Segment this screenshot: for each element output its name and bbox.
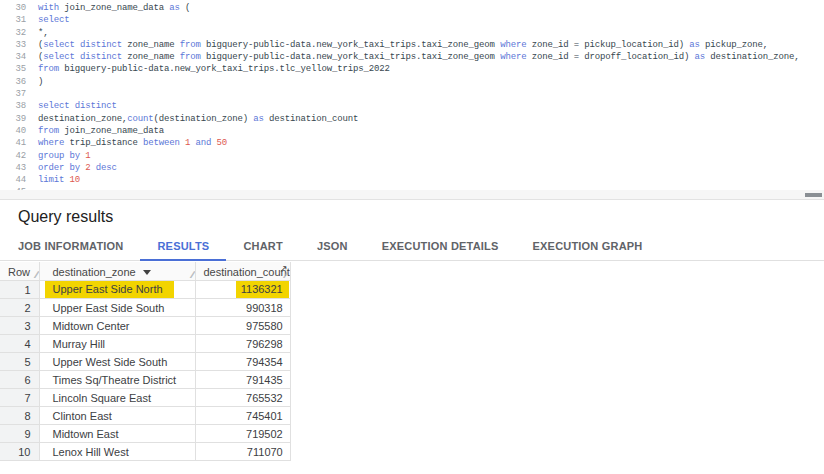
column-label: destination_zone <box>53 266 136 278</box>
line-number: 40 <box>0 125 26 137</box>
code-line: 34(select distinct zone_name from bigque… <box>0 51 824 63</box>
table-row: 2Upper East Side South990318 <box>0 299 290 317</box>
line-number: 31 <box>0 14 26 26</box>
row-number-cell: 5 <box>0 353 39 371</box>
table-row: 1Upper East Side North1136321 <box>0 281 290 299</box>
destination-count-cell: 719502 <box>195 425 290 443</box>
code-line: 33(select distinct zone_name from bigque… <box>0 39 824 51</box>
highlighted-value: 1136321 <box>236 281 289 298</box>
destination-zone-cell: Lenox Hill West <box>39 443 195 461</box>
column-label: destination_count <box>204 266 290 278</box>
code-text: select <box>38 14 70 26</box>
line-number: 42 <box>0 150 26 162</box>
line-number: 32 <box>0 27 26 39</box>
code-text: (select distinct zone_name from bigquery… <box>38 39 768 51</box>
destination-count-cell: 990318 <box>195 299 290 317</box>
row-number-cell: 9 <box>0 425 39 443</box>
destination-count-cell: 794354 <box>195 353 290 371</box>
destination-count-cell: 796298 <box>195 335 290 353</box>
arrow-ne-icon[interactable]: ↗ <box>279 263 287 275</box>
table-row: 10Lenox Hill West711070 <box>0 443 290 461</box>
code-text: select distinct <box>38 100 117 112</box>
table-row: 6Times Sq/Theatre District791435 <box>0 371 290 389</box>
code-text: order by 2 desc <box>38 162 117 174</box>
table-row: 8Clinton East745401 <box>0 407 290 425</box>
code-line: 43order by 2 desc <box>0 162 824 174</box>
code-line: 37 <box>0 88 824 100</box>
line-number: 37 <box>0 88 26 100</box>
line-number: 38 <box>0 100 26 112</box>
code-text: from join_zone_name_data <box>38 125 164 137</box>
tab-execution-graph[interactable]: EXECUTION GRAPH <box>516 233 660 260</box>
row-number-cell: 10 <box>0 443 39 461</box>
tab-chart[interactable]: CHART <box>226 233 300 260</box>
column-header-destination-count[interactable]: destination_count ↗ ∕∕ <box>195 263 290 281</box>
tab-results[interactable]: RESULTS <box>140 233 226 260</box>
destination-zone-cell: Upper West Side South <box>39 353 195 371</box>
query-results-panel: Query results JOB INFORMATIONRESULTSCHAR… <box>0 201 824 461</box>
row-number-cell: 7 <box>0 389 39 407</box>
code-text: *, <box>38 27 49 39</box>
row-number-cell: 3 <box>0 317 39 335</box>
code-line: 40from join_zone_name_data <box>0 125 824 137</box>
code-text: limit 10 <box>38 174 80 186</box>
destination-zone-cell: Times Sq/Theatre District <box>39 371 195 389</box>
table-row: 9Midtown East719502 <box>0 425 290 443</box>
sort-down-icon[interactable] <box>143 270 151 275</box>
line-number: 39 <box>0 113 26 125</box>
destination-zone-cell: Midtown East <box>39 425 195 443</box>
tab-execution-details[interactable]: EXECUTION DETAILS <box>365 233 516 260</box>
line-number: 34 <box>0 51 26 63</box>
editor-scrollbar[interactable] <box>0 190 824 200</box>
code-text: where trip_distance between 1 and 50 <box>38 137 227 149</box>
destination-count-cell: 975580 <box>195 317 290 335</box>
tab-json[interactable]: JSON <box>300 233 365 260</box>
destination-zone-cell: Midtown Center <box>39 317 195 335</box>
code-line: 30with join_zone_name_data as ( <box>0 2 824 14</box>
code-line: 41where trip_distance between 1 and 50 <box>0 137 824 149</box>
code-line: 31select <box>0 14 824 26</box>
code-line: 36) <box>0 76 824 88</box>
tabs: JOB INFORMATIONRESULTSCHARTJSONEXECUTION… <box>0 233 824 261</box>
table-row: 3Midtown Center975580 <box>0 317 290 335</box>
destination-count-cell: 765532 <box>195 389 290 407</box>
line-number: 35 <box>0 63 26 75</box>
code-line: 39destination_zone,count(destination_zon… <box>0 113 824 125</box>
results-table: Row ∕∕ destination_zone ∕∕ destination_c… <box>0 262 291 461</box>
row-number-cell: 2 <box>0 299 39 317</box>
destination-zone-cell: Clinton East <box>39 407 195 425</box>
table-row: 5Upper West Side South794354 <box>0 353 290 371</box>
column-label: Row <box>8 266 30 278</box>
table-body: 1Upper East Side North11363212Upper East… <box>0 281 290 461</box>
destination-count-cell: 1136321 <box>195 281 290 299</box>
row-number-cell: 8 <box>0 407 39 425</box>
line-number: 30 <box>0 2 26 14</box>
code-lines: 30with join_zone_name_data as (31select3… <box>0 2 824 190</box>
column-header-destination-zone[interactable]: destination_zone ∕∕ <box>39 263 195 281</box>
table-row: 4Murray Hill796298 <box>0 335 290 353</box>
sql-editor[interactable]: 30with join_zone_name_data as (31select3… <box>0 0 824 190</box>
code-text: from bigquery-public-data.new_york_taxi_… <box>38 63 390 75</box>
destination-zone-cell: Murray Hill <box>39 335 195 353</box>
scrollbar-thumb[interactable] <box>805 193 822 197</box>
query-results-title: Query results <box>18 208 824 225</box>
destination-zone-cell: Lincoln Square East <box>39 389 195 407</box>
table-row: 7Lincoln Square East765532 <box>0 389 290 407</box>
code-text: ) <box>38 76 43 88</box>
line-number: 36 <box>0 76 26 88</box>
destination-count-cell: 745401 <box>195 407 290 425</box>
destination-zone-cell: Upper East Side South <box>39 299 195 317</box>
code-line: 38select distinct <box>0 100 824 112</box>
code-line: 35from bigquery-public-data.new_york_tax… <box>0 63 824 75</box>
code-text: group by 1 <box>38 150 91 162</box>
highlighted-value: Upper East Side North <box>45 281 174 298</box>
code-line: 44limit 10 <box>0 174 824 186</box>
code-text: (select distinct zone_name from bigquery… <box>38 51 799 63</box>
tab-job-information[interactable]: JOB INFORMATION <box>1 233 140 260</box>
column-header-row[interactable]: Row ∕∕ <box>0 263 39 281</box>
line-number: 43 <box>0 162 26 174</box>
code-text: destination_zone,count(destination_zone)… <box>38 113 358 125</box>
code-line: 32*, <box>0 27 824 39</box>
code-line: 42group by 1 <box>0 150 824 162</box>
destination-zone-cell: Upper East Side North <box>39 281 195 299</box>
